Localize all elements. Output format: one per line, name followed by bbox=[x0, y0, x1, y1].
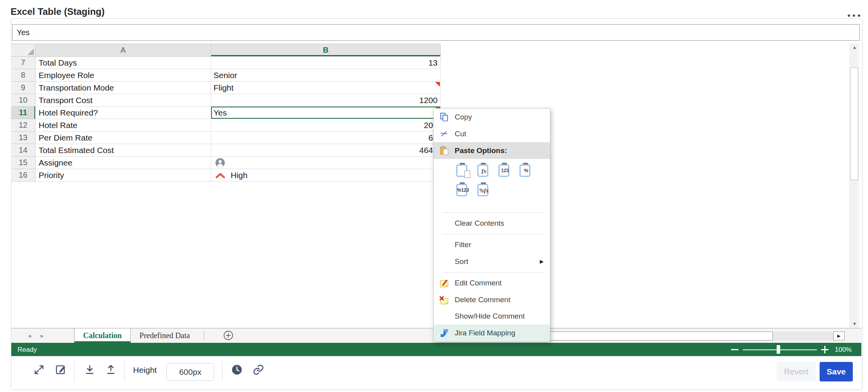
tab-nav-right-icon[interactable]: ▸ bbox=[41, 332, 44, 339]
row-header-7[interactable]: 7 bbox=[11, 57, 36, 69]
zoom-level[interactable]: 100% bbox=[835, 346, 852, 354]
grid-row-11: 11Hotel Required?Yes bbox=[11, 107, 441, 119]
link-icon[interactable] bbox=[252, 363, 265, 376]
menu-item-clear-contents[interactable]: Clear Contents bbox=[434, 215, 550, 232]
horizontal-scrollbar-thumb[interactable] bbox=[523, 331, 773, 340]
zoom-in-icon[interactable] bbox=[821, 346, 829, 353]
submenu-arrow-icon: ▶ bbox=[540, 258, 544, 264]
spreadsheet-grid: A B 7Total Days138Employee RoleSenior9Tr… bbox=[11, 44, 441, 182]
edit-comment-icon bbox=[438, 278, 450, 288]
copy-icon bbox=[438, 112, 450, 122]
grid-rows: 7Total Days138Employee RoleSenior9Transp… bbox=[11, 57, 441, 182]
scroll-down-icon[interactable]: ▼ bbox=[850, 321, 859, 326]
cell-A11[interactable]: Hotel Required? bbox=[36, 107, 211, 119]
column-header-a[interactable]: A bbox=[36, 44, 211, 57]
cell-A9[interactable]: Transportation Mode bbox=[36, 82, 211, 94]
menu-item-jira-field-mapping[interactable]: Jira Field Mapping bbox=[434, 324, 550, 342]
grid-row-9: 9Transportation ModeFlight bbox=[11, 82, 441, 94]
grid-row-12: 12Hotel Rate200 bbox=[11, 119, 441, 132]
column-header-row: A B bbox=[11, 44, 441, 57]
cell-B8[interactable]: Senior bbox=[211, 69, 441, 82]
paste-formulas-icon[interactable]: fx bbox=[477, 163, 492, 178]
paste-formulas-number-format-icon[interactable]: %fx bbox=[477, 182, 492, 198]
bottom-toolbar: Height Revert Save bbox=[11, 356, 861, 389]
row-header-11[interactable]: 11 bbox=[11, 107, 36, 119]
more-options-icon[interactable] bbox=[848, 13, 862, 18]
cell-B12[interactable]: 200 bbox=[211, 119, 441, 132]
cell-A14[interactable]: Total Estimated Cost bbox=[36, 144, 211, 157]
upload-icon[interactable] bbox=[104, 363, 117, 376]
cell-B10[interactable]: 1200 bbox=[211, 94, 441, 107]
row-header-14[interactable]: 14 bbox=[11, 144, 36, 157]
row-header-12[interactable]: 12 bbox=[11, 119, 36, 132]
revert-button[interactable]: Revert bbox=[777, 362, 816, 381]
height-label: Height bbox=[133, 365, 157, 375]
menu-item-filter[interactable]: Filter bbox=[434, 236, 550, 253]
add-sheet-button[interactable] bbox=[223, 330, 233, 340]
cell-A7[interactable]: Total Days bbox=[36, 57, 211, 69]
cell-B13[interactable]: 65 bbox=[211, 132, 441, 144]
paste-options-grid: fx123% %123%fx bbox=[434, 163, 550, 210]
formula-bar-input[interactable] bbox=[12, 24, 860, 41]
scroll-up-icon[interactable]: ▲ bbox=[850, 45, 859, 50]
horizontal-scrollbar[interactable]: ◀ ▶ bbox=[512, 331, 845, 340]
menu-item-sort[interactable]: Sort ▶ bbox=[434, 253, 550, 270]
grid-row-13: 13Per Diem Rate65 bbox=[11, 132, 441, 144]
cell-A12[interactable]: Hotel Rate bbox=[36, 119, 211, 132]
paste-icons-row-1: fx123% bbox=[456, 163, 550, 178]
vertical-scrollbar-thumb[interactable] bbox=[850, 68, 858, 180]
context-menu: Copy ✂ Cut Paste Options: fx123% %123%fx… bbox=[433, 108, 550, 342]
edit-icon[interactable] bbox=[54, 363, 68, 376]
row-header-15[interactable]: 15 bbox=[11, 157, 36, 169]
tab-calculation[interactable]: Calculation bbox=[74, 328, 131, 343]
paste-icons-row-2: %123%fx bbox=[456, 182, 550, 198]
row-header-9[interactable]: 9 bbox=[11, 82, 36, 94]
paste-values-icon[interactable]: 123 bbox=[498, 163, 513, 178]
status-text: Ready bbox=[18, 346, 37, 354]
tab-predefined-data[interactable]: Predefined Data bbox=[132, 328, 198, 343]
zoom-out-icon[interactable] bbox=[731, 349, 738, 350]
row-header-16[interactable]: 16 bbox=[11, 169, 36, 182]
menu-item-cut[interactable]: ✂ Cut bbox=[434, 125, 550, 142]
cell-B15[interactable] bbox=[211, 157, 441, 169]
menu-item-copy[interactable]: Copy bbox=[434, 109, 550, 125]
select-all-corner[interactable] bbox=[11, 44, 36, 57]
grid-row-16: 16PriorityHigh bbox=[11, 169, 441, 182]
plus-circle-icon bbox=[223, 330, 233, 340]
menu-item-edit-comment[interactable]: Edit Comment bbox=[434, 274, 550, 291]
hscroll-right-icon[interactable]: ▶ bbox=[833, 331, 845, 340]
paste-clipboard-icon bbox=[438, 146, 450, 156]
cell-A15[interactable]: Assignee bbox=[36, 157, 211, 169]
row-header-8[interactable]: 8 bbox=[11, 69, 36, 82]
tab-separator bbox=[204, 331, 204, 340]
menu-item-delete-comment[interactable]: Delete Comment bbox=[434, 291, 550, 308]
paste-icon[interactable] bbox=[456, 163, 471, 178]
save-button[interactable]: Save bbox=[820, 362, 853, 381]
cell-B9[interactable]: Flight bbox=[211, 82, 441, 94]
column-header-b[interactable]: B bbox=[211, 44, 441, 57]
cell-B11[interactable]: Yes bbox=[211, 107, 441, 119]
cell-A13[interactable]: Per Diem Rate bbox=[36, 132, 211, 144]
menu-item-paste-options[interactable]: Paste Options: bbox=[434, 142, 550, 159]
cell-B7[interactable]: 13 bbox=[211, 57, 441, 69]
download-icon[interactable] bbox=[83, 363, 96, 376]
history-clock-icon[interactable] bbox=[230, 363, 244, 376]
row-header-10[interactable]: 10 bbox=[11, 94, 36, 107]
paste-values-number-format-icon[interactable]: %123 bbox=[456, 182, 471, 198]
grid-row-7: 7Total Days13 bbox=[11, 57, 441, 69]
tab-nav-left-icon[interactable]: ◂ bbox=[28, 332, 31, 339]
jira-logo-icon bbox=[438, 328, 450, 338]
row-header-13[interactable]: 13 bbox=[11, 132, 36, 144]
height-input[interactable] bbox=[166, 363, 214, 381]
cell-A8[interactable]: Employee Role bbox=[36, 69, 211, 82]
status-bar: Ready 100% bbox=[11, 343, 861, 356]
cell-A10[interactable]: Transport Cost bbox=[36, 94, 211, 107]
cell-B16[interactable]: High bbox=[211, 169, 441, 182]
grid-row-8: 8Employee RoleSenior bbox=[11, 69, 441, 82]
cell-B14[interactable]: 4645 bbox=[211, 144, 441, 157]
paste-formatting-icon[interactable]: % bbox=[519, 163, 534, 178]
expand-icon[interactable] bbox=[32, 363, 46, 376]
cell-A16[interactable]: Priority bbox=[36, 169, 211, 182]
menu-item-show-hide-comment[interactable]: Show/Hide Comment bbox=[434, 308, 550, 324]
zoom-slider-thumb[interactable] bbox=[777, 345, 780, 354]
